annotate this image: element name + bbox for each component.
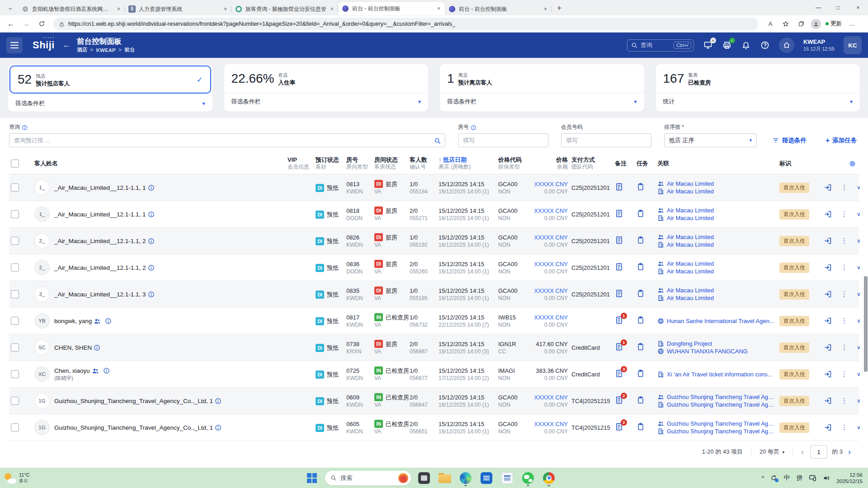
link-item[interactable]: Guizhou Shunjing Tiancheng Travel Age... xyxy=(657,420,779,427)
check-in-icon[interactable] xyxy=(824,423,832,432)
address-bar[interactable]: https://cn1.web.ep.shiji.world/individua… xyxy=(53,18,759,30)
check-in-icon[interactable] xyxy=(824,183,832,192)
price[interactable]: XXXXX CNY xyxy=(532,234,568,241)
tab-close-icon[interactable]: × xyxy=(330,6,335,12)
cashier-status-icon[interactable]: ✓ xyxy=(722,40,732,50)
table-row[interactable]: 1_ _Air_Macau_Limited__12.1-1.1, 1 DI预抵 … xyxy=(9,174,859,201)
link-item[interactable]: Guizhou Shunjing Tiancheng Travel Age... xyxy=(657,394,779,400)
room-number[interactable]: 0818 xyxy=(346,207,374,215)
price[interactable]: XXXXX CNY xyxy=(532,314,568,321)
ime-chinese-indicator[interactable]: 中 xyxy=(783,474,790,482)
room-number[interactable]: 0609 xyxy=(346,394,374,401)
card-occupancy[interactable]: 22.66% 在店入住率 筛选条件栏▾ xyxy=(224,64,429,112)
ime-pinyin-indicator[interactable]: 拼 xyxy=(796,474,802,482)
taskbar-clock[interactable]: 12:56 2025/12/15 xyxy=(836,472,863,484)
col-payment[interactable]: 支付方式 xyxy=(571,156,615,164)
link-item[interactable]: Dongfeng Project xyxy=(657,340,779,347)
filter-conditions-button[interactable]: 筛选条件 xyxy=(772,133,807,147)
link-item[interactable]: Air Macau Limited xyxy=(657,268,779,275)
link-item[interactable]: Air Macau Limited xyxy=(657,260,779,267)
row-checkbox[interactable] xyxy=(11,397,19,405)
page-number-input[interactable] xyxy=(810,445,827,459)
more-actions-icon[interactable]: ⋮ xyxy=(841,423,848,432)
tray-expand-icon[interactable]: ^ xyxy=(761,474,764,481)
check-in-icon[interactable] xyxy=(824,263,832,272)
col-arrival-sorted[interactable]: ↑ 抵店日期离店 (房晚数) xyxy=(439,156,498,170)
card-filter-dropdown[interactable]: 筛选条件栏▾ xyxy=(440,93,644,110)
table-row[interactable]: 1G Guizhou_Shunjing_Tiancheng_Travel_Age… xyxy=(9,414,859,441)
expand-row-chevron-icon[interactable]: ∨ xyxy=(857,184,861,191)
breadcrumb-hotel[interactable]: 酒店 xyxy=(77,47,87,53)
table-row[interactable]: 2_ _Air_Macau_Limited__12.1-1.1, 2 DI预抵 … xyxy=(9,228,859,254)
menu-hamburger-button[interactable] xyxy=(6,37,23,53)
info-icon[interactable] xyxy=(215,423,222,432)
header-back-icon[interactable]: ← xyxy=(63,41,71,50)
link-text[interactable]: Air Macau Limited xyxy=(667,268,714,275)
new-tab-button[interactable]: + xyxy=(553,2,565,14)
link-item[interactable]: Air Macau Limited xyxy=(657,241,779,248)
price[interactable]: XXXXX CNY xyxy=(532,180,568,188)
link-item[interactable]: Air Macau Limited xyxy=(657,287,779,294)
expand-row-chevron-icon[interactable]: ∨ xyxy=(857,291,861,297)
vertical-scrollbar[interactable] xyxy=(864,276,868,372)
room-number[interactable]: 0605 xyxy=(346,420,374,428)
link-text[interactable]: Air Macau Limited xyxy=(667,207,714,214)
col-tasks[interactable]: 任务 xyxy=(637,160,657,167)
table-row[interactable]: 1_ _Air_Macau_Limited__12.1-1.1, 1 DI预抵 … xyxy=(9,201,859,228)
col-room[interactable]: 房号 xyxy=(346,156,374,164)
link-text[interactable]: Guizhou Shunjing Tiancheng Travel Age... xyxy=(667,401,775,408)
link-text[interactable]: Air Macau Limited xyxy=(667,215,714,221)
link-item[interactable]: WUHAN TIANXIA FANGCANG xyxy=(657,348,779,355)
room-number[interactable]: 0835 xyxy=(346,287,374,295)
browser-update-button[interactable]: 更新 xyxy=(826,20,842,28)
guest-name[interactable]: Chen, xiaoyu xyxy=(54,367,90,374)
link-text[interactable]: Guizhou Shunjing Tiancheng Travel Age... xyxy=(667,394,775,400)
more-actions-icon[interactable]: ⋮ xyxy=(841,317,848,325)
notes-icon[interactable] xyxy=(615,289,623,298)
row-checkbox[interactable] xyxy=(11,370,19,378)
table-row[interactable]: XC Chen, xiaoyu (陈晓宇) DI预抵 0725KWDN IN已检… xyxy=(9,361,859,388)
breadcrumb-property[interactable]: KWEAP xyxy=(96,47,116,53)
card-filter-dropdown[interactable]: 筛选条件栏▾ xyxy=(224,93,429,110)
info-icon[interactable] xyxy=(215,397,222,405)
expand-row-chevron-icon[interactable]: ∨ xyxy=(857,264,861,271)
link-text[interactable]: Guizhou Shunjing Tiancheng Travel Age... xyxy=(667,420,775,427)
browser-tab[interactable]: 前台 - 前台控制面板 × xyxy=(445,3,552,15)
check-in-icon[interactable] xyxy=(824,397,832,405)
check-in-icon[interactable] xyxy=(824,290,832,299)
info-icon[interactable] xyxy=(471,124,476,130)
expand-row-chevron-icon[interactable]: ∨ xyxy=(857,211,861,217)
volume-icon[interactable] xyxy=(823,474,830,482)
breadcrumb-page[interactable]: 前台 xyxy=(124,47,135,53)
read-aloud-icon[interactable]: A xyxy=(765,19,776,29)
link-text[interactable]: Guizhou Shunjing Tiancheng Travel Age... xyxy=(667,428,775,435)
task-clipboard-icon[interactable] xyxy=(637,183,645,191)
expand-row-chevron-icon[interactable]: ∨ xyxy=(857,238,861,244)
table-settings-gear-icon[interactable] xyxy=(849,159,856,167)
col-status[interactable]: 预订状态 xyxy=(316,156,346,164)
guest-name[interactable]: _Air_Macau_Limited__12.1-1.1, 2 xyxy=(54,264,146,271)
col-rate-code[interactable]: 价格代码 xyxy=(498,156,532,164)
notes-icon[interactable] xyxy=(615,263,623,271)
cast-display-icon[interactable] xyxy=(809,474,816,482)
more-actions-icon[interactable]: ⋮ xyxy=(841,210,848,218)
notes-icon[interactable]: 1 xyxy=(615,343,623,351)
row-checkbox[interactable] xyxy=(11,317,19,325)
task-clipboard-icon[interactable] xyxy=(637,289,645,297)
price[interactable]: XXXXX CNY xyxy=(532,420,568,428)
link-item[interactable]: Air Macau Limited xyxy=(657,188,779,195)
browser-tab[interactable]: 贵阳机场智选假日酒店系统网址导 × xyxy=(18,3,125,15)
browser-tab[interactable]: S 人力资源管理系统 × xyxy=(125,3,231,15)
expand-row-chevron-icon[interactable]: ∨ xyxy=(857,344,861,351)
link-text[interactable]: Hunan Sanhe International Travel Agen... xyxy=(667,318,774,324)
task-clipboard-icon[interactable] xyxy=(637,343,645,351)
link-item[interactable]: Air Macau Limited xyxy=(657,215,779,221)
col-price[interactable]: 价格 xyxy=(532,156,568,164)
notes-icon[interactable] xyxy=(615,209,623,218)
task-clipboard-icon[interactable] xyxy=(637,422,645,431)
tab-close-icon[interactable]: × xyxy=(223,6,228,12)
table-row[interactable]: 1G Guizhou_Shunjing_Tiancheng_Travel_Age… xyxy=(9,388,859,414)
browser-profile-avatar[interactable] xyxy=(811,19,821,29)
col-notes[interactable]: 备注 xyxy=(615,160,637,167)
more-actions-icon[interactable]: ⋮ xyxy=(841,343,848,352)
